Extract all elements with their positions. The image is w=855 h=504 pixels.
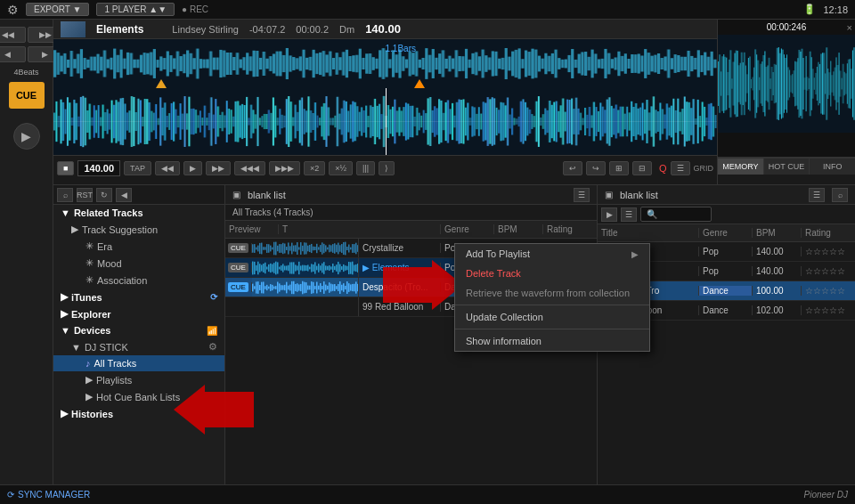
sidebar-section-explorer[interactable]: ▶ Explorer	[53, 305, 224, 322]
sidebar-section-itunes[interactable]: ▶ iTunes ⟳	[53, 289, 224, 305]
sync-icon: ⟳	[7, 490, 14, 500]
info-tab-button[interactable]: INFO	[810, 159, 855, 175]
sidebar-toolbar: ⌕ RST ↻ ◀	[53, 185, 224, 205]
right-row4-rating: ☆☆☆☆☆	[802, 305, 855, 315]
play-button[interactable]: ▶	[13, 123, 40, 150]
tap-button[interactable]: TAP	[124, 161, 151, 175]
right-search-input[interactable]	[640, 207, 712, 222]
cue-button[interactable]: CUE	[9, 82, 45, 109]
hot-cue-bank-label: Hot Cue Bank Lists	[96, 392, 180, 402]
pioneer-logo: Pioneer DJ	[804, 490, 848, 500]
bottom-bar: ⟳ SYNC MANAGER Pioneer DJ	[0, 484, 855, 504]
row3-wave	[252, 278, 359, 297]
stop-button[interactable]: ■	[57, 161, 74, 175]
dj-stick-settings-icon[interactable]: ⚙	[208, 341, 217, 353]
right-playlist-icon: ▣	[605, 190, 613, 199]
play-pause-button[interactable]: ▶	[183, 161, 202, 175]
sidebar-item-hot-cue-bank[interactable]: ▶ Hot Cue Bank Lists	[53, 388, 224, 405]
export-button[interactable]: EXPORT ▼	[26, 3, 89, 16]
context-menu-item-show-info[interactable]: Show information	[455, 331, 649, 351]
track-suggestion-label: Track Suggestion	[82, 224, 158, 235]
player-button[interactable]: 1 PLAYER ▲▼	[96, 3, 175, 16]
sidebar-item-playlists[interactable]: ▶ Playlists	[53, 371, 224, 388]
grid-fit-button[interactable]: |||	[356, 161, 375, 175]
right-row2-bpm: 140.00	[753, 266, 802, 276]
undo-button[interactable]: ↩	[563, 161, 582, 175]
mood-icon: ✳	[86, 257, 94, 269]
grid-move-button[interactable]: ⟩	[379, 161, 395, 175]
cue-label: CUE	[228, 282, 248, 292]
waveform-area: Elements Lindsey Stirling -04:07.2 00:00…	[53, 20, 855, 184]
left-list-view-button[interactable]: ☰	[574, 188, 590, 202]
sidebar-collapse-button[interactable]: ◀	[116, 188, 132, 202]
sidebar-item-track-suggestion[interactable]: ▶ Track Suggestion	[53, 221, 224, 238]
waveform-main[interactable]	[53, 88, 717, 155]
bars-label: 1.1Bars	[386, 44, 416, 53]
rec-button[interactable]: ● REC	[182, 4, 208, 14]
left-transport-panel: ◀◀ ▶▶ ◀ ▶ 4Beats CUE ▶	[0, 20, 53, 504]
right-search-button[interactable]: ⌕	[832, 188, 848, 202]
sidebar-item-all-tracks[interactable]: ♪ All Tracks	[53, 355, 224, 371]
sidebar-section-histories[interactable]: ▶ Histories	[53, 405, 224, 422]
row1-cue-cell: CUE	[225, 243, 252, 253]
context-menu-divider2	[455, 329, 649, 329]
right-col-header-title: Title	[598, 228, 699, 238]
context-menu-item-update-collection[interactable]: Update Collection	[455, 307, 649, 327]
prev-bar-button[interactable]: ◀◀◀	[234, 161, 265, 175]
right-col-header-bpm: BPM	[753, 228, 802, 238]
settings-icon[interactable]: ⚙	[7, 3, 19, 17]
col-header-bpm: BPM	[494, 224, 543, 234]
sidebar-item-mood[interactable]: ✳ Mood	[53, 255, 224, 272]
sidebar-refresh-button[interactable]: ↻	[96, 188, 112, 202]
all-tracks-music-icon: ♪	[86, 358, 91, 369]
sidebar-search-button[interactable]: ⌕	[57, 188, 73, 202]
memory-tab-button[interactable]: MEMORY	[718, 159, 764, 175]
itunes-label: iTunes	[71, 292, 102, 303]
sync-manager-label: SYNC MANAGER	[18, 490, 90, 500]
half-button[interactable]: ×½	[329, 161, 353, 175]
right-row1-rating: ☆☆☆☆☆	[802, 247, 855, 256]
row3-cue-cell: CUE	[225, 282, 252, 292]
sidebar: ⌕ RST ↻ ◀ ▼ Related Tracks ▶ Track Sugge…	[53, 185, 225, 504]
era-label: Era	[97, 241, 112, 252]
row3-title: Despacito (Tro...	[359, 282, 441, 292]
right-list-view-button[interactable]: ☰	[809, 188, 825, 202]
next-beat-button[interactable]: ▶▶	[206, 161, 231, 175]
sidebar-item-era[interactable]: ✳ Era	[53, 238, 224, 255]
prev-beat-button[interactable]: ◀◀	[155, 161, 180, 175]
context-menu: Add To Playlist ▶ Delete Track Retrieve …	[454, 243, 650, 352]
row2-cue-cell: CUE	[225, 263, 252, 272]
top-bar: ⚙ EXPORT ▼ 1 PLAYER ▲▼ ● REC 🔋 12:18	[0, 0, 855, 20]
sidebar-item-association[interactable]: ✳ Association	[53, 272, 224, 289]
right-playlist-name: blank list	[620, 190, 658, 200]
right-list-button[interactable]: ☰	[621, 207, 637, 222]
right-row4-bpm: 102.00	[753, 305, 802, 315]
waveform-toggle-button[interactable]: ⊞	[609, 161, 629, 175]
x2-button[interactable]: ×2	[304, 161, 325, 175]
histories-label: Histories	[71, 409, 113, 419]
right-close-button[interactable]: ×	[847, 22, 852, 33]
context-menu-item-delete-track[interactable]: Delete Track	[455, 264, 649, 283]
right-waveform-panel: 00:00:246 ×	[718, 20, 855, 158]
grid-menu-button[interactable]: ☰	[671, 161, 690, 175]
waveform-overview[interactable]: 1.1Bars	[53, 39, 717, 88]
devices-wifi-icon: 📶	[207, 326, 217, 336]
top-bar-left: ⚙ EXPORT ▼ 1 PLAYER ▲▼ ● REC	[7, 3, 796, 17]
bars-button[interactable]: ⊟	[632, 161, 652, 175]
sidebar-section-devices[interactable]: ▼ Devices 📶	[53, 322, 224, 338]
prev-prev-button[interactable]: ◀◀	[0, 27, 26, 43]
sidebar-reset-button[interactable]: RST	[77, 188, 93, 202]
context-menu-item-retrieve-waveform[interactable]: Retrieve the waveform from collection	[455, 283, 649, 303]
context-menu-item-add-to-playlist[interactable]: Add To Playlist ▶	[455, 244, 649, 264]
itunes-sync-icon: ⟳	[210, 292, 217, 302]
sidebar-section-related-tracks[interactable]: ▼ Related Tracks	[53, 205, 224, 221]
left-playlist-name: blank list	[248, 190, 286, 200]
right-play-button[interactable]: ▶	[601, 207, 617, 222]
sync-manager-button[interactable]: ⟳ SYNC MANAGER	[7, 490, 90, 500]
redo-button[interactable]: ↪	[586, 161, 606, 175]
next-bar-button[interactable]: ▶▶▶	[269, 161, 300, 175]
right-row2-genre: Pop	[699, 266, 753, 276]
sidebar-item-dj-stick[interactable]: ▼ DJ STICK ⚙	[53, 338, 224, 355]
hot-cue-tab-button[interactable]: HOT CUE	[764, 159, 810, 175]
rewind-button[interactable]: ◀	[0, 46, 26, 62]
